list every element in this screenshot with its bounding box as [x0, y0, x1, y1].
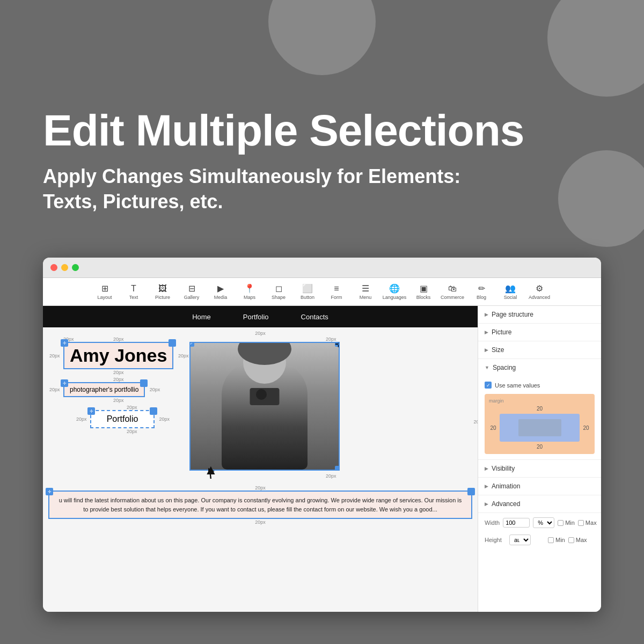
width-min-check[interactable] — [558, 520, 564, 526]
margin-top-value: 20 — [489, 406, 590, 412]
dot-yellow[interactable] — [61, 264, 68, 271]
nav-home[interactable]: Home — [192, 313, 211, 321]
toolbar-item-media[interactable]: ▶ Media — [207, 280, 235, 304]
portfolio-btn-element[interactable]: ✛ Portfolio — [90, 410, 155, 428]
nav-portfolio[interactable]: Portfolio — [243, 313, 269, 321]
photo-element[interactable]: ✛ ✛ — [189, 342, 340, 471]
handle-tr[interactable] — [169, 339, 176, 347]
section-advanced: ▶ Advanced — [478, 495, 601, 513]
text-handle-tr[interactable] — [467, 488, 475, 495]
section-page-structure-header[interactable]: ▶ Page structure — [478, 306, 601, 323]
width-unit-select[interactable]: % px — [533, 517, 554, 528]
amy-jones-text: Amy Jones — [64, 343, 172, 368]
margin-inner-box — [500, 414, 580, 442]
amy-top-px: 20px — [63, 336, 173, 342]
dot-green[interactable] — [72, 264, 79, 271]
commerce-icon: 🛍 — [448, 284, 457, 294]
toolbar-item-commerce[interactable]: 🛍 Commerce — [438, 280, 466, 304]
amy-jones-element[interactable]: ✛ Amy Jones — [63, 342, 173, 369]
btn-handle-tr[interactable] — [150, 407, 157, 415]
margin-diagram: margin 20 20 20 20 — [485, 394, 595, 454]
toolbar-item-advanced[interactable]: ⚙ Advanced — [525, 280, 553, 304]
width-min-checkbox[interactable]: Min — [558, 519, 575, 526]
portfolio-btn-text: Portfolio — [91, 411, 153, 427]
media-icon: ▶ — [217, 283, 224, 294]
title-area: Edit Multiple Selections Apply Changes S… — [43, 107, 601, 215]
top-margin-label: 20px — [48, 331, 472, 336]
blog-icon: ✏ — [478, 283, 485, 294]
height-max-checkbox[interactable]: Max — [568, 537, 587, 543]
portfolio-sub-text: photographer's portfollio — [64, 383, 144, 396]
nav-contacts[interactable]: Contacts — [301, 313, 328, 321]
menu-icon: ☰ — [362, 283, 369, 294]
use-same-values-row: ✓ Use same values — [485, 382, 595, 389]
margin-middle-row: 20 20 — [489, 414, 590, 442]
toolbar-item-button[interactable]: ⬜ Button — [294, 280, 321, 304]
toolbar-item-text[interactable]: T Text — [120, 280, 148, 304]
section-animation: ▶ Animation — [478, 478, 601, 495]
width-max-check[interactable] — [578, 520, 584, 526]
section-visibility-header[interactable]: ▶ Visibility — [478, 460, 601, 477]
section-advanced-header[interactable]: ▶ Advanced — [478, 495, 601, 513]
section-advanced-label: Advanced — [492, 500, 520, 508]
dot-red[interactable] — [50, 264, 57, 271]
sub-handle-tl[interactable]: ✛ — [61, 379, 68, 387]
toolbar-item-picture[interactable]: 🖼 Picture — [149, 280, 177, 304]
toolbar-item-shape[interactable]: ◻ Shape — [265, 280, 292, 304]
blocks-icon: ▣ — [420, 283, 428, 294]
text-block-element[interactable]: ✛ u will find the latest information abo… — [48, 491, 472, 519]
photo-handle-tl[interactable]: ✛ — [189, 342, 194, 347]
layout-icon: ⊞ — [101, 283, 108, 294]
width-input[interactable] — [503, 518, 530, 528]
site-navbar: Home Portfolio Contacts — [43, 306, 478, 327]
height-min-checkbox[interactable]: Min — [548, 537, 565, 543]
height-min-check[interactable] — [548, 537, 554, 543]
browser-window: ⊞ Layout T Text 🖼 Picture ⊟ Gallery ▶ Me… — [43, 258, 601, 612]
section-spacing: ▼ Spacing ✓ Use same values margin 20 — [478, 359, 601, 460]
section-spacing-header[interactable]: ▼ Spacing — [478, 359, 601, 376]
toolbar-item-form[interactable]: ≡ Form — [323, 280, 350, 304]
height-input[interactable]: auto px — [509, 535, 531, 545]
section-picture-label: Picture — [492, 328, 511, 336]
toolbar-item-social[interactable]: 👥 Social — [496, 280, 524, 304]
section-animation-header[interactable]: ▶ Animation — [478, 478, 601, 495]
sub-top-px: 20px — [63, 377, 173, 382]
chevron-right-icon-2: ▶ — [485, 330, 488, 335]
canvas-area[interactable]: Home Portfolio Contacts 20px 20px 20px — [43, 306, 478, 612]
section-size: ▶ Size — [478, 341, 601, 359]
checkmark-icon: ✓ — [486, 383, 491, 388]
portfolio-sub-element[interactable]: ✛ photographer's portfollio — [63, 382, 145, 397]
toolbar-item-menu[interactable]: ☰ Menu — [352, 280, 379, 304]
margin-inner-rect — [518, 419, 561, 436]
section-size-header[interactable]: ▶ Size — [478, 341, 601, 358]
photo-handle-tr[interactable]: ✛ — [335, 342, 340, 347]
height-label: Height — [485, 537, 506, 543]
width-max-checkbox[interactable]: Max — [578, 519, 597, 526]
section-picture-header[interactable]: ▶ Picture — [478, 324, 601, 341]
btn-handle-tl[interactable]: ✛ — [87, 407, 95, 415]
photo-handle-br[interactable] — [335, 466, 340, 471]
toolbar-item-maps[interactable]: 📍 Maps — [236, 280, 264, 304]
browser-dots — [50, 264, 79, 271]
toolbar-item-layout[interactable]: ⊞ Layout — [91, 280, 119, 304]
decorative-circle-top-right — [547, 0, 644, 97]
chevron-down-icon: ▼ — [485, 365, 489, 370]
handle-tl[interactable]: ✛ — [61, 339, 68, 347]
height-max-check[interactable] — [568, 537, 574, 543]
width-row: Width % px Min Max — [478, 513, 601, 531]
use-same-values-checkbox[interactable]: ✓ — [485, 382, 492, 389]
toolbar-item-gallery[interactable]: ⊟ Gallery — [178, 280, 206, 304]
section-page-structure-label: Page structure — [492, 311, 533, 318]
toolbar-item-languages[interactable]: 🌐 Languages — [380, 280, 408, 304]
text-handle-tl[interactable]: ✛ — [46, 488, 53, 495]
section-page-structure: ▶ Page structure — [478, 306, 601, 324]
use-same-values-label: Use same values — [495, 382, 540, 389]
chevron-right-icon-3: ▶ — [485, 347, 488, 353]
toolbar-item-blocks[interactable]: ▣ Blocks — [409, 280, 437, 304]
toolbar-item-blog[interactable]: ✏ Blog — [467, 280, 495, 304]
maps-icon: 📍 — [244, 283, 255, 294]
sub-handle-tr[interactable] — [140, 379, 148, 387]
width-label: Width — [485, 519, 500, 526]
languages-icon: 🌐 — [389, 283, 400, 294]
picture-icon: 🖼 — [158, 284, 167, 294]
